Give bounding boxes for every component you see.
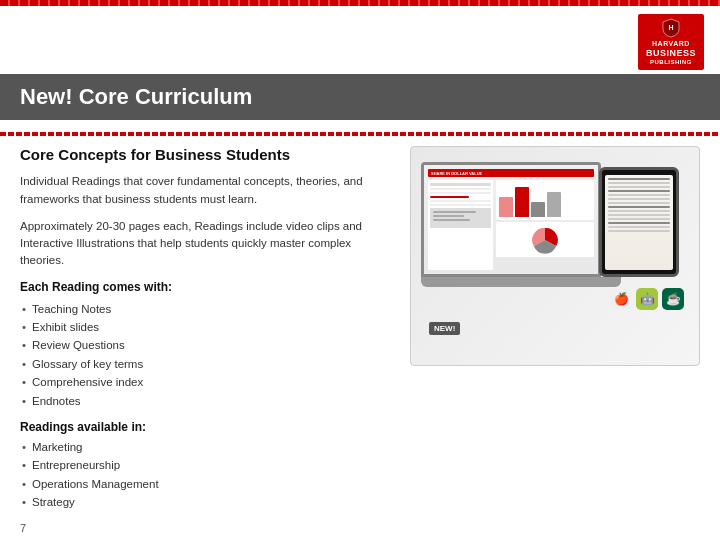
tablet-screen [605,175,673,270]
screen-header-text: SHARE IN DOLLAR VALUE [431,171,482,176]
logo-publishing: PUBLISHING [650,59,692,66]
bar-chart [496,180,594,220]
laptop-base [421,277,621,287]
screen-chart-area [496,180,594,270]
list-item: Review Questions [20,336,390,354]
apple-icon: 🍎 [610,288,632,310]
list-item: Exhibit slides [20,318,390,336]
tablet-mockup [599,167,679,277]
laptop-screen: SHARE IN DOLLAR VALUE [421,162,601,277]
main-content: Core Concepts for Business Students Indi… [0,146,720,533]
each-reading-title: Each Reading comes with: [20,280,390,294]
section-title: Core Concepts for Business Students [20,146,390,163]
readings-available-list: Marketing Entrepreneurship Operations Ma… [20,438,390,512]
list-item: Glossary of key terms [20,355,390,373]
readings-available-title: Readings available in: [20,420,390,434]
each-reading-list: Teaching Notes Exhibit slides Review Que… [20,300,390,410]
harvard-business-logo: H HARVARD BUSINESS PUBLISHING [638,14,704,70]
logo-harvard: HARVARD [652,40,690,48]
screen-left-panel [428,180,493,270]
screen-header: SHARE IN DOLLAR VALUE [428,169,594,177]
list-item: Entrepreneurship [20,456,390,474]
app-icons-area: 🍎 🤖 ☕ [610,288,684,310]
new-badge: NEW! [429,322,460,335]
tablet-text [608,178,670,232]
logo-area: H HARVARD BUSINESS PUBLISHING [638,14,704,70]
pie-chart [496,222,594,257]
list-item: Endnotes [20,392,390,410]
screen-body [428,180,594,270]
laptop-mockup: SHARE IN DOLLAR VALUE [421,162,621,302]
laptop-screen-content: SHARE IN DOLLAR VALUE [424,165,598,274]
list-item: Strategy [20,493,390,511]
header: H HARVARD BUSINESS PUBLISHING [0,6,720,74]
list-item: Teaching Notes [20,300,390,318]
page-number: 7 [20,522,390,534]
right-column: SHARE IN DOLLAR VALUE [410,146,700,533]
intro-paragraph-2: Approximately 20-30 pages each, Readings… [20,218,390,270]
svg-text:H: H [668,24,673,31]
list-item: Operations Management [20,475,390,493]
red-decorative-stripe [0,132,720,136]
intro-paragraph-1: Individual Readings that cover fundament… [20,173,390,208]
list-item: Comprehensive index [20,373,390,391]
title-banner: New! Core Curriculum [0,74,720,120]
starbucks-icon: ☕ [662,288,684,310]
product-image: SHARE IN DOLLAR VALUE [410,146,700,366]
list-item: Marketing [20,438,390,456]
left-column: Core Concepts for Business Students Indi… [20,146,390,533]
android-icon: 🤖 [636,288,658,310]
page-title: New! Core Curriculum [20,84,700,110]
logo-business: BUSINESS [646,48,696,59]
